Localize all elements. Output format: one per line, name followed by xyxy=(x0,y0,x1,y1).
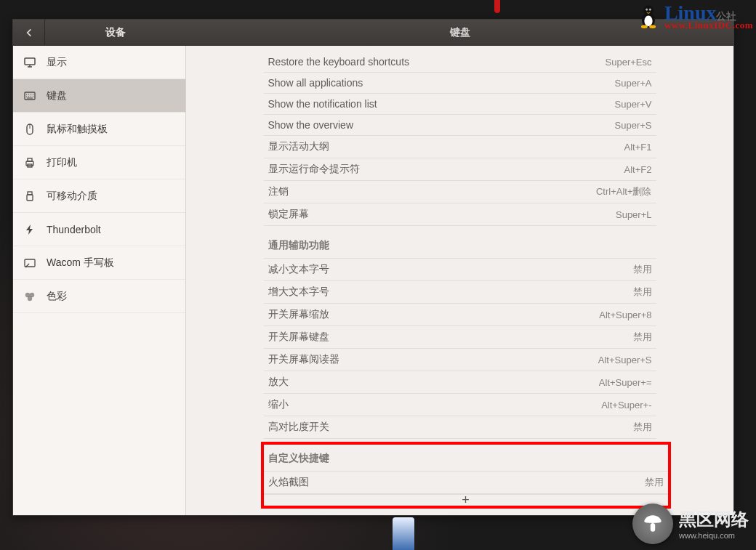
shortcut-key: Super+Esc xyxy=(606,57,652,68)
svg-point-20 xyxy=(649,9,650,9)
shortcut-row[interactable]: 缩小 Alt+Super+- xyxy=(264,394,656,416)
sidebar-item-thunderbolt[interactable]: Thunderbolt xyxy=(13,213,185,246)
shortcut-key: 禁用 xyxy=(633,286,652,299)
shortcut-row[interactable]: 火焰截图 禁用 xyxy=(264,472,668,494)
back-button[interactable] xyxy=(13,20,45,45)
bolt-icon xyxy=(23,223,36,236)
shortcut-row[interactable]: Show all applications Super+A xyxy=(264,73,656,94)
color-icon xyxy=(23,290,36,303)
mushroom-icon xyxy=(640,511,665,536)
accessibility-header: 通用辅助功能 xyxy=(264,226,656,259)
shortcut-name: 显示活动大纲 xyxy=(268,140,624,153)
shortcut-name: 减小文本字号 xyxy=(268,263,633,276)
shortcut-name: 增大文本字号 xyxy=(268,286,633,299)
accessibility-shortcuts-list: 减小文本字号 禁用增大文本字号 禁用开关屏幕缩放 Alt+Super+8开关屏幕… xyxy=(264,259,656,439)
shortcut-row[interactable]: 高对比度开关 禁用 xyxy=(264,416,656,439)
sidebar-item-wacom[interactable]: Wacom 手写板 xyxy=(13,246,185,280)
svg-rect-23 xyxy=(651,523,655,532)
shortcut-key: Alt+F1 xyxy=(624,142,652,153)
sidebar-item-printers[interactable]: 打印机 xyxy=(13,146,185,179)
shortcut-name: Show the overview xyxy=(268,119,615,131)
watermark-linuxcn: Linux公社 www.LinuxIDC.com xyxy=(635,1,753,28)
usb-icon xyxy=(23,190,36,203)
shortcut-name: 火焰截图 xyxy=(268,476,645,489)
shortcut-key: Alt+Super+8 xyxy=(599,310,651,320)
plus-icon: + xyxy=(462,493,470,508)
shortcut-row[interactable]: 放大 Alt+Super+= xyxy=(264,371,656,394)
settings-window: 设备 键盘 显示 键盘 鼠标和触摸板 打印机 可移动介质 Thunderbolt… xyxy=(12,19,734,516)
svg-rect-5 xyxy=(28,158,32,161)
shortcut-name: 开关屏幕阅读器 xyxy=(268,353,598,366)
svg-point-22 xyxy=(649,25,656,28)
sidebar: 显示 键盘 鼠标和触摸板 打印机 可移动介质 Thunderbolt Wacom… xyxy=(13,46,186,515)
mushroom-logo xyxy=(632,504,673,544)
sidebar-item-label: 色彩 xyxy=(47,290,67,303)
watermark-heiqu-text: 黑区网络 xyxy=(679,508,749,531)
shortcut-key: Super+A xyxy=(615,78,652,89)
shortcut-name: Show all applications xyxy=(268,77,615,89)
sidebar-item-label: 可移动介质 xyxy=(47,190,97,203)
shortcut-row[interactable]: 注销 Ctrl+Alt+删除 xyxy=(264,181,656,203)
window-body: 显示 键盘 鼠标和触摸板 打印机 可移动介质 Thunderbolt Wacom… xyxy=(13,46,733,515)
shortcut-name: 注销 xyxy=(268,185,596,198)
sidebar-item-label: 打印机 xyxy=(47,156,77,169)
shortcut-row[interactable]: 减小文本字号 禁用 xyxy=(264,259,656,281)
shortcut-row[interactable]: 增大文本字号 禁用 xyxy=(264,281,656,304)
svg-point-13 xyxy=(28,296,32,300)
svg-point-19 xyxy=(646,9,647,9)
shortcut-name: 放大 xyxy=(268,376,599,389)
shortcut-key: 禁用 xyxy=(633,263,652,276)
content-area[interactable]: Restore the keyboard shortcuts Super+Esc… xyxy=(186,46,733,515)
shortcut-row[interactable]: 开关屏幕键盘 禁用 xyxy=(264,326,656,349)
shortcut-row[interactable]: Show the overview Super+S xyxy=(264,115,656,136)
svg-point-21 xyxy=(641,25,648,28)
system-shortcuts-list: Restore the keyboard shortcuts Super+Esc… xyxy=(264,52,656,226)
shortcut-name: 锁定屏幕 xyxy=(268,208,616,221)
titlebar-left: 设备 xyxy=(13,20,186,45)
shortcut-row[interactable]: Show the notification list Super+V xyxy=(264,94,656,115)
shortcut-row[interactable]: 显示活动大纲 Alt+F1 xyxy=(264,136,656,158)
titlebar: 设备 键盘 xyxy=(13,20,733,46)
shortcut-row[interactable]: 开关屏幕阅读器 Alt+Super+S xyxy=(264,349,656,371)
shortcut-row[interactable]: 锁定屏幕 Super+L xyxy=(264,203,656,226)
sidebar-item-label: 显示 xyxy=(47,56,67,69)
custom-shortcuts-header: 自定义快捷键 xyxy=(264,445,668,472)
shortcut-key: Super+S xyxy=(615,120,652,131)
shortcut-name: 开关屏幕键盘 xyxy=(268,331,633,344)
chevron-left-icon xyxy=(24,28,34,38)
left-header-title: 设备 xyxy=(45,26,186,39)
shortcut-row[interactable]: 开关屏幕缩放 Alt+Super+8 xyxy=(264,304,656,326)
shortcut-key: 禁用 xyxy=(645,476,664,489)
tux-icon xyxy=(635,2,662,28)
keyboard-icon xyxy=(23,89,36,102)
sidebar-item-mouse[interactable]: 鼠标和触摸板 xyxy=(13,113,185,146)
svg-point-16 xyxy=(643,5,654,15)
shortcut-key: Alt+Super+= xyxy=(599,377,652,388)
shortcut-key: Ctrl+Alt+删除 xyxy=(596,185,652,198)
sidebar-item-display[interactable]: 显示 xyxy=(13,46,185,79)
shortcut-name: 开关屏幕缩放 xyxy=(268,308,600,321)
shortcut-key: 禁用 xyxy=(633,421,652,434)
sidebar-item-label: 鼠标和触摸板 xyxy=(47,123,108,136)
highlight-box: 自定义快捷键 火焰截图 禁用 + xyxy=(261,442,671,509)
sidebar-item-color[interactable]: 色彩 xyxy=(13,280,185,313)
add-shortcut-button[interactable]: + xyxy=(264,494,668,506)
tablet-icon xyxy=(23,256,36,270)
shortcut-row[interactable]: Restore the keyboard shortcuts Super+Esc xyxy=(264,52,656,73)
shortcut-name: 缩小 xyxy=(268,398,602,411)
svg-rect-0 xyxy=(25,58,35,65)
shortcut-name: Show the notification list xyxy=(268,98,615,110)
svg-rect-8 xyxy=(27,195,33,201)
sidebar-item-label: Thunderbolt xyxy=(47,224,101,235)
svg-rect-9 xyxy=(25,259,35,267)
shortcut-key: Super+V xyxy=(615,99,652,110)
watermark-heiqu: 黑区网络 www.heiqu.com xyxy=(632,504,749,544)
shortcut-key: Alt+Super+- xyxy=(601,400,651,411)
printer-icon xyxy=(23,156,36,169)
sidebar-item-removable[interactable]: 可移动介质 xyxy=(13,179,185,213)
shortcut-key: 禁用 xyxy=(633,331,652,344)
shortcut-key: Super+L xyxy=(616,209,652,220)
shortcut-row[interactable]: 显示运行命令提示符 Alt+F2 xyxy=(264,158,656,181)
sidebar-item-keyboard[interactable]: 键盘 xyxy=(13,79,185,113)
shortcut-key: Alt+Super+S xyxy=(598,355,652,365)
